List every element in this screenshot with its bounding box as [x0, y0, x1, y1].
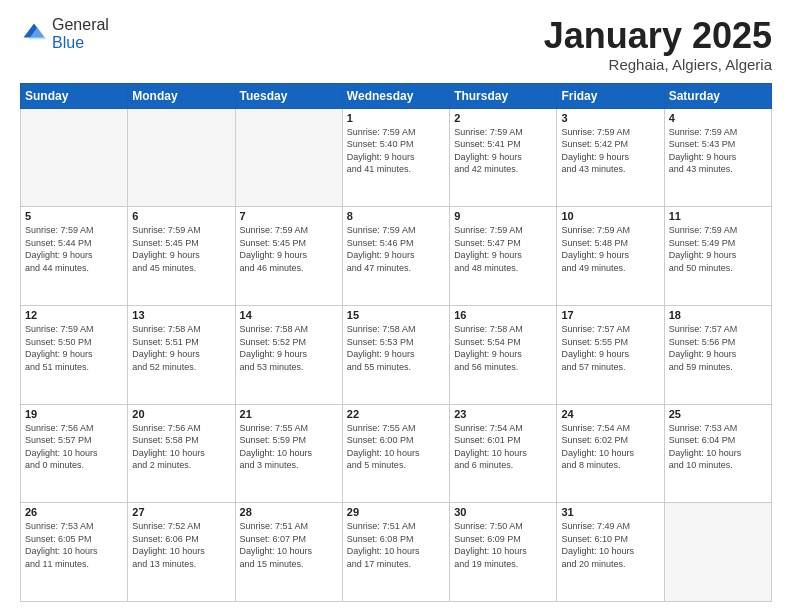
- day-number: 28: [240, 506, 338, 518]
- day-number: 6: [132, 210, 230, 222]
- calendar-header-sunday: Sunday: [21, 83, 128, 108]
- calendar-cell: 10Sunrise: 7:59 AM Sunset: 5:48 PM Dayli…: [557, 207, 664, 306]
- day-info: Sunrise: 7:59 AM Sunset: 5:42 PM Dayligh…: [561, 126, 659, 176]
- day-number: 17: [561, 309, 659, 321]
- calendar-cell: 4Sunrise: 7:59 AM Sunset: 5:43 PM Daylig…: [664, 108, 771, 207]
- logo-blue: Blue: [52, 34, 84, 51]
- day-number: 4: [669, 112, 767, 124]
- title-block: January 2025 Reghaia, Algiers, Algeria: [544, 16, 772, 73]
- day-number: 8: [347, 210, 445, 222]
- day-info: Sunrise: 7:55 AM Sunset: 6:00 PM Dayligh…: [347, 422, 445, 472]
- day-info: Sunrise: 7:50 AM Sunset: 6:09 PM Dayligh…: [454, 520, 552, 570]
- calendar-cell: 26Sunrise: 7:53 AM Sunset: 6:05 PM Dayli…: [21, 503, 128, 602]
- day-info: Sunrise: 7:59 AM Sunset: 5:40 PM Dayligh…: [347, 126, 445, 176]
- calendar-header-wednesday: Wednesday: [342, 83, 449, 108]
- day-number: 19: [25, 408, 123, 420]
- calendar-cell: 1Sunrise: 7:59 AM Sunset: 5:40 PM Daylig…: [342, 108, 449, 207]
- calendar-cell: 5Sunrise: 7:59 AM Sunset: 5:44 PM Daylig…: [21, 207, 128, 306]
- calendar-cell: 14Sunrise: 7:58 AM Sunset: 5:52 PM Dayli…: [235, 305, 342, 404]
- week-row-4: 19Sunrise: 7:56 AM Sunset: 5:57 PM Dayli…: [21, 404, 772, 503]
- calendar-cell: 18Sunrise: 7:57 AM Sunset: 5:56 PM Dayli…: [664, 305, 771, 404]
- day-info: Sunrise: 7:59 AM Sunset: 5:45 PM Dayligh…: [132, 224, 230, 274]
- calendar-header-saturday: Saturday: [664, 83, 771, 108]
- calendar-cell: 11Sunrise: 7:59 AM Sunset: 5:49 PM Dayli…: [664, 207, 771, 306]
- calendar-cell: 15Sunrise: 7:58 AM Sunset: 5:53 PM Dayli…: [342, 305, 449, 404]
- day-info: Sunrise: 7:59 AM Sunset: 5:46 PM Dayligh…: [347, 224, 445, 274]
- day-number: 29: [347, 506, 445, 518]
- week-row-5: 26Sunrise: 7:53 AM Sunset: 6:05 PM Dayli…: [21, 503, 772, 602]
- calendar-cell: 27Sunrise: 7:52 AM Sunset: 6:06 PM Dayli…: [128, 503, 235, 602]
- calendar-cell: 6Sunrise: 7:59 AM Sunset: 5:45 PM Daylig…: [128, 207, 235, 306]
- day-info: Sunrise: 7:59 AM Sunset: 5:41 PM Dayligh…: [454, 126, 552, 176]
- calendar-cell: 16Sunrise: 7:58 AM Sunset: 5:54 PM Dayli…: [450, 305, 557, 404]
- week-row-3: 12Sunrise: 7:59 AM Sunset: 5:50 PM Dayli…: [21, 305, 772, 404]
- calendar-cell: 25Sunrise: 7:53 AM Sunset: 6:04 PM Dayli…: [664, 404, 771, 503]
- calendar-cell: 7Sunrise: 7:59 AM Sunset: 5:45 PM Daylig…: [235, 207, 342, 306]
- day-info: Sunrise: 7:54 AM Sunset: 6:02 PM Dayligh…: [561, 422, 659, 472]
- day-number: 15: [347, 309, 445, 321]
- calendar-cell: 13Sunrise: 7:58 AM Sunset: 5:51 PM Dayli…: [128, 305, 235, 404]
- calendar-cell: 12Sunrise: 7:59 AM Sunset: 5:50 PM Dayli…: [21, 305, 128, 404]
- day-number: 20: [132, 408, 230, 420]
- day-number: 10: [561, 210, 659, 222]
- day-info: Sunrise: 7:53 AM Sunset: 6:05 PM Dayligh…: [25, 520, 123, 570]
- day-number: 12: [25, 309, 123, 321]
- calendar-cell: 19Sunrise: 7:56 AM Sunset: 5:57 PM Dayli…: [21, 404, 128, 503]
- day-number: 21: [240, 408, 338, 420]
- calendar-subtitle: Reghaia, Algiers, Algeria: [544, 56, 772, 73]
- day-info: Sunrise: 7:54 AM Sunset: 6:01 PM Dayligh…: [454, 422, 552, 472]
- day-info: Sunrise: 7:57 AM Sunset: 5:56 PM Dayligh…: [669, 323, 767, 373]
- day-info: Sunrise: 7:55 AM Sunset: 5:59 PM Dayligh…: [240, 422, 338, 472]
- day-info: Sunrise: 7:52 AM Sunset: 6:06 PM Dayligh…: [132, 520, 230, 570]
- day-info: Sunrise: 7:57 AM Sunset: 5:55 PM Dayligh…: [561, 323, 659, 373]
- day-info: Sunrise: 7:53 AM Sunset: 6:04 PM Dayligh…: [669, 422, 767, 472]
- day-number: 18: [669, 309, 767, 321]
- day-info: Sunrise: 7:59 AM Sunset: 5:47 PM Dayligh…: [454, 224, 552, 274]
- calendar-cell: 23Sunrise: 7:54 AM Sunset: 6:01 PM Dayli…: [450, 404, 557, 503]
- day-info: Sunrise: 7:58 AM Sunset: 5:52 PM Dayligh…: [240, 323, 338, 373]
- day-info: Sunrise: 7:51 AM Sunset: 6:07 PM Dayligh…: [240, 520, 338, 570]
- day-info: Sunrise: 7:58 AM Sunset: 5:53 PM Dayligh…: [347, 323, 445, 373]
- day-number: 2: [454, 112, 552, 124]
- calendar-cell: 3Sunrise: 7:59 AM Sunset: 5:42 PM Daylig…: [557, 108, 664, 207]
- calendar-cell: 8Sunrise: 7:59 AM Sunset: 5:46 PM Daylig…: [342, 207, 449, 306]
- day-info: Sunrise: 7:58 AM Sunset: 5:51 PM Dayligh…: [132, 323, 230, 373]
- logo-general: General: [52, 16, 109, 33]
- calendar-header-friday: Friday: [557, 83, 664, 108]
- calendar-cell: [128, 108, 235, 207]
- day-info: Sunrise: 7:59 AM Sunset: 5:44 PM Dayligh…: [25, 224, 123, 274]
- day-number: 27: [132, 506, 230, 518]
- day-number: 24: [561, 408, 659, 420]
- day-number: 7: [240, 210, 338, 222]
- day-number: 25: [669, 408, 767, 420]
- calendar-cell: [664, 503, 771, 602]
- day-number: 11: [669, 210, 767, 222]
- day-number: 16: [454, 309, 552, 321]
- day-info: Sunrise: 7:49 AM Sunset: 6:10 PM Dayligh…: [561, 520, 659, 570]
- calendar-cell: 31Sunrise: 7:49 AM Sunset: 6:10 PM Dayli…: [557, 503, 664, 602]
- day-number: 30: [454, 506, 552, 518]
- header: General Blue January 2025 Reghaia, Algie…: [20, 16, 772, 73]
- day-info: Sunrise: 7:59 AM Sunset: 5:49 PM Dayligh…: [669, 224, 767, 274]
- calendar-cell: 22Sunrise: 7:55 AM Sunset: 6:00 PM Dayli…: [342, 404, 449, 503]
- day-number: 3: [561, 112, 659, 124]
- day-number: 22: [347, 408, 445, 420]
- day-info: Sunrise: 7:56 AM Sunset: 5:57 PM Dayligh…: [25, 422, 123, 472]
- calendar-header-thursday: Thursday: [450, 83, 557, 108]
- week-row-2: 5Sunrise: 7:59 AM Sunset: 5:44 PM Daylig…: [21, 207, 772, 306]
- logo-icon: [20, 20, 48, 48]
- day-number: 5: [25, 210, 123, 222]
- day-info: Sunrise: 7:59 AM Sunset: 5:43 PM Dayligh…: [669, 126, 767, 176]
- day-number: 23: [454, 408, 552, 420]
- calendar-header-monday: Monday: [128, 83, 235, 108]
- day-number: 14: [240, 309, 338, 321]
- calendar-table: SundayMondayTuesdayWednesdayThursdayFrid…: [20, 83, 772, 602]
- calendar-cell: 21Sunrise: 7:55 AM Sunset: 5:59 PM Dayli…: [235, 404, 342, 503]
- calendar-cell: 9Sunrise: 7:59 AM Sunset: 5:47 PM Daylig…: [450, 207, 557, 306]
- calendar-header-tuesday: Tuesday: [235, 83, 342, 108]
- calendar-cell: 17Sunrise: 7:57 AM Sunset: 5:55 PM Dayli…: [557, 305, 664, 404]
- page: General Blue January 2025 Reghaia, Algie…: [0, 0, 792, 612]
- calendar-cell: 29Sunrise: 7:51 AM Sunset: 6:08 PM Dayli…: [342, 503, 449, 602]
- calendar-title: January 2025: [544, 16, 772, 56]
- calendar-cell: [21, 108, 128, 207]
